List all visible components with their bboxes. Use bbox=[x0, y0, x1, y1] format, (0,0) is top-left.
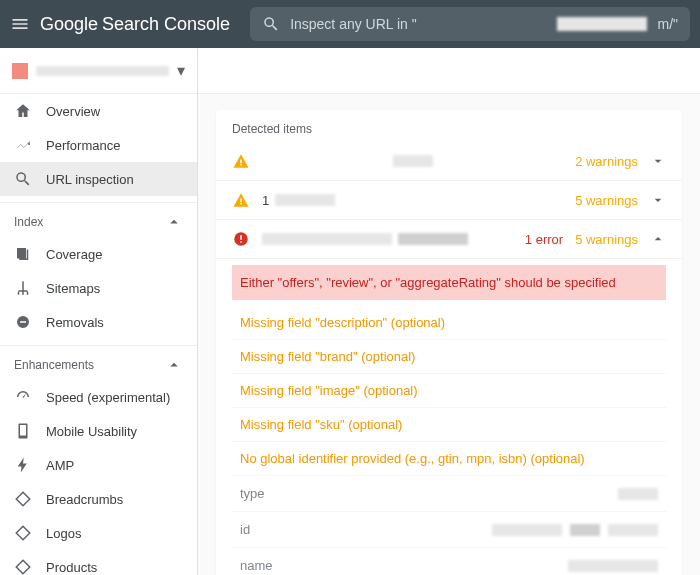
sitemap-icon bbox=[14, 279, 32, 297]
field-value-redacted bbox=[316, 524, 658, 536]
sidebar-item-amp[interactable]: AMP bbox=[0, 448, 197, 482]
trend-icon bbox=[14, 136, 32, 154]
sidebar-section-index[interactable]: Index bbox=[0, 202, 197, 237]
property-name-redacted bbox=[36, 66, 169, 76]
sidebar-item-label: Mobile Usability bbox=[46, 424, 137, 439]
chevron-up-icon bbox=[650, 230, 666, 248]
pages-icon bbox=[14, 245, 32, 263]
search-icon bbox=[262, 15, 280, 33]
error-count: 1 error bbox=[525, 232, 563, 247]
diamond-icon bbox=[14, 490, 32, 508]
caret-down-icon: ▾ bbox=[177, 61, 185, 80]
field-value-redacted bbox=[316, 488, 658, 500]
sidebar-item-coverage[interactable]: Coverage bbox=[0, 237, 197, 271]
item-name-redacted bbox=[262, 233, 392, 245]
mobile-icon bbox=[14, 422, 32, 440]
redacted-domain bbox=[557, 17, 647, 31]
warning-message: Missing field "brand" (optional) bbox=[232, 340, 666, 374]
sidebar-item-label: Speed (experimental) bbox=[46, 390, 170, 405]
chevron-up-icon bbox=[165, 213, 183, 231]
detected-item-row[interactable]: 2 warnings bbox=[216, 142, 682, 181]
home-icon bbox=[14, 102, 32, 120]
error-message: Either "offers", "review", or "aggregate… bbox=[232, 265, 666, 300]
warning-count: 2 warnings bbox=[575, 154, 638, 169]
sidebar-item-label: Logos bbox=[46, 526, 81, 541]
sidebar-section-enhancements[interactable]: Enhancements bbox=[0, 345, 197, 380]
sidebar-item-sitemaps[interactable]: Sitemaps bbox=[0, 271, 197, 305]
logo-google: Google bbox=[40, 14, 98, 35]
warning-count: 5 warnings bbox=[575, 193, 638, 208]
field-row-type: type bbox=[232, 476, 666, 512]
detected-items-heading: Detected items bbox=[216, 110, 682, 142]
error-icon bbox=[232, 230, 250, 248]
sidebar-item-label: AMP bbox=[46, 458, 74, 473]
field-key: name bbox=[240, 558, 300, 573]
field-row-id: id bbox=[232, 512, 666, 548]
field-key: type bbox=[240, 486, 300, 501]
sidebar-item-overview[interactable]: Overview bbox=[0, 94, 197, 128]
field-key: id bbox=[240, 522, 300, 537]
field-value-redacted bbox=[316, 560, 658, 572]
sidebar-item-label: Performance bbox=[46, 138, 120, 153]
sidebar-item-removals[interactable]: Removals bbox=[0, 305, 197, 339]
speed-icon bbox=[14, 388, 32, 406]
url-inspect-input[interactable] bbox=[290, 16, 547, 32]
url-inspect-search[interactable]: m/" bbox=[250, 7, 690, 41]
sidebar-item-label: Products bbox=[46, 560, 97, 575]
app-header: Google Search Console m/" bbox=[0, 0, 700, 48]
section-title: Enhancements bbox=[14, 358, 94, 372]
sidebar-item-label: URL inspection bbox=[46, 172, 134, 187]
bolt-icon bbox=[14, 456, 32, 474]
sidebar-item-label: Removals bbox=[46, 315, 104, 330]
sidebar-item-breadcrumbs[interactable]: Breadcrumbs bbox=[0, 482, 197, 516]
item-name-redacted bbox=[275, 194, 335, 206]
main-content: Detected items 2 warnings 1 5 warnings 1… bbox=[198, 48, 700, 575]
warning-message: Missing field "description" (optional) bbox=[232, 306, 666, 340]
sidebar-item-label: Breadcrumbs bbox=[46, 492, 123, 507]
top-whitebar bbox=[198, 48, 700, 94]
search-icon bbox=[14, 170, 32, 188]
warning-message: Missing field "image" (optional) bbox=[232, 374, 666, 408]
product-logo: Google Search Console bbox=[40, 14, 230, 35]
sidebar: ▾ OverviewPerformanceURL inspection Inde… bbox=[0, 48, 198, 575]
warning-message: No global identifier provided (e.g., gti… bbox=[232, 442, 666, 476]
detected-item-row[interactable]: 1 error 5 warnings bbox=[216, 220, 682, 259]
warning-icon bbox=[232, 191, 250, 209]
field-row-name: name bbox=[232, 548, 666, 575]
sidebar-item-performance[interactable]: Performance bbox=[0, 128, 197, 162]
sidebar-item-url-inspection[interactable]: URL inspection bbox=[0, 162, 197, 196]
warning-message: Missing field "sku" (optional) bbox=[232, 408, 666, 442]
sidebar-item-logos[interactable]: Logos bbox=[0, 516, 197, 550]
menu-icon[interactable] bbox=[10, 14, 30, 34]
chevron-down-icon bbox=[650, 191, 666, 209]
warning-count: 5 warnings bbox=[575, 232, 638, 247]
property-selector[interactable]: ▾ bbox=[0, 48, 197, 94]
remove-icon bbox=[14, 313, 32, 331]
sidebar-item-products[interactable]: Products bbox=[0, 550, 197, 575]
section-title: Index bbox=[14, 215, 43, 229]
chevron-up-icon bbox=[165, 356, 183, 374]
sidebar-item-label: Overview bbox=[46, 104, 100, 119]
property-swatch bbox=[12, 63, 28, 79]
chevron-down-icon bbox=[650, 152, 666, 170]
sidebar-item-speed-experimental-[interactable]: Speed (experimental) bbox=[0, 380, 197, 414]
detected-items-card: Detected items 2 warnings 1 5 warnings 1… bbox=[216, 110, 682, 575]
detected-item-row[interactable]: 1 5 warnings bbox=[216, 181, 682, 220]
sidebar-item-mobile-usability[interactable]: Mobile Usability bbox=[0, 414, 197, 448]
sidebar-item-label: Sitemaps bbox=[46, 281, 100, 296]
diamond-icon bbox=[14, 524, 32, 542]
diamond-icon bbox=[14, 558, 32, 575]
warning-icon bbox=[232, 152, 250, 170]
sidebar-item-label: Coverage bbox=[46, 247, 102, 262]
logo-search-console: Search Console bbox=[102, 14, 230, 35]
